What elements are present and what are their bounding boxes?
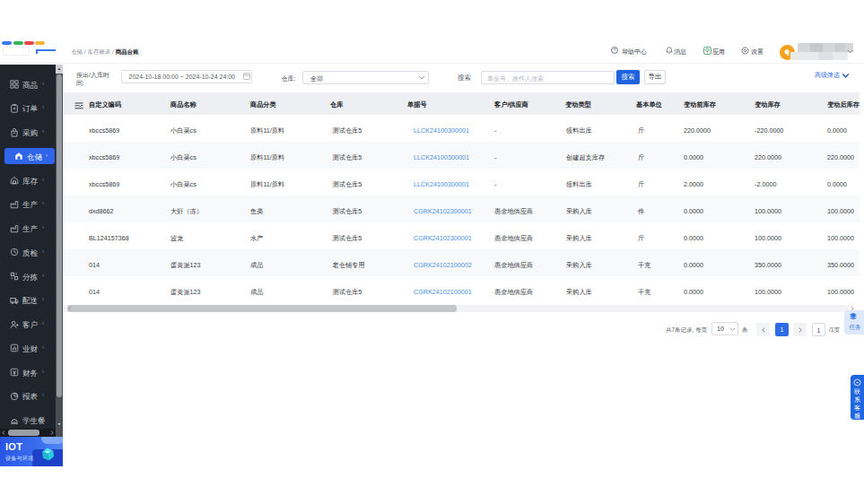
svg-text:?: ? bbox=[614, 48, 616, 53]
